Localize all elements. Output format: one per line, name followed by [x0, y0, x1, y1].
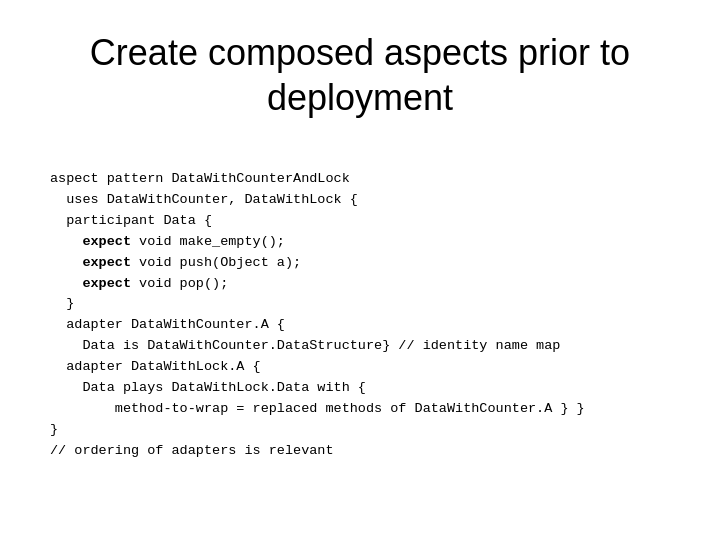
code-block: aspect pattern DataWithCounterAndLock us…: [50, 148, 670, 483]
code-line-6: expect void pop();: [50, 276, 228, 291]
code-line-9: Data is DataWithCounter.DataStructure} /…: [50, 338, 560, 353]
slide: Create composed aspects prior to deploym…: [0, 0, 720, 540]
keyword-expect-1: expect: [82, 234, 131, 249]
code-line-2: uses DataWithCounter, DataWithLock {: [50, 192, 358, 207]
keyword-expect-3: expect: [82, 276, 131, 291]
code-line-8: adapter DataWithCounter.A {: [50, 317, 285, 332]
code-line-1: aspect pattern DataWithCounterAndLock: [50, 171, 350, 186]
code-line-7: }: [50, 296, 74, 311]
code-line-11: Data plays DataWithLock.Data with {: [50, 380, 366, 395]
code-line-14: // ordering of adapters is relevant: [50, 443, 334, 458]
code-line-4: expect void make_empty();: [50, 234, 285, 249]
code-line-13: }: [50, 422, 58, 437]
keyword-expect-2: expect: [82, 255, 131, 270]
code-line-12: method-to-wrap = replaced methods of Dat…: [50, 401, 585, 416]
code-line-5: expect void push(Object a);: [50, 255, 301, 270]
code-line-10: adapter DataWithLock.A {: [50, 359, 261, 374]
title-section: Create composed aspects prior to deploym…: [50, 30, 670, 120]
code-line-3: participant Data {: [50, 213, 212, 228]
slide-title: Create composed aspects prior to deploym…: [50, 30, 670, 120]
